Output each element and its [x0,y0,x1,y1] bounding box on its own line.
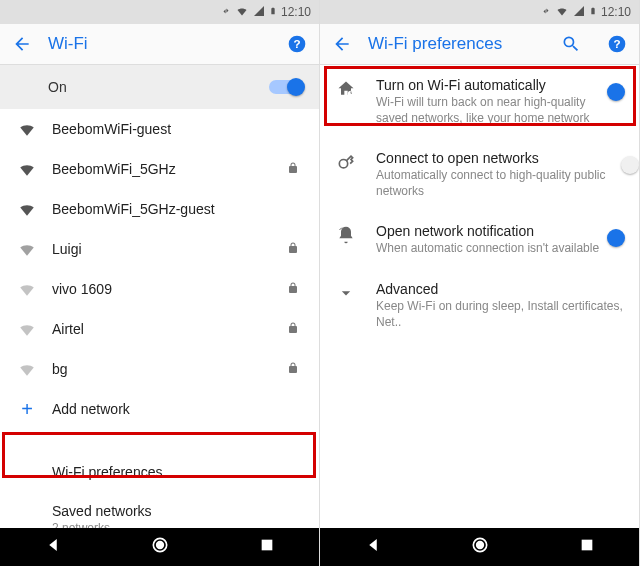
screen-wifi-preferences: 12:10 Wi-Fi preferences ? Turn on Wi-Fi … [320,0,640,566]
pref-sub: Wi-Fi will turn back on near high-qualit… [376,95,615,126]
wifi-icon [235,5,249,20]
pref-item[interactable]: Open network notificationWhen automatic … [320,211,639,269]
network-row[interactable]: BeebomWiFi_5GHz [0,149,319,189]
saved-networks-label: Saved networks [52,503,303,519]
network-row[interactable]: bg [0,349,319,389]
search-button[interactable] [561,34,581,54]
page-title: Wi-Fi preferences [368,34,545,54]
pref-icon [336,150,364,176]
network-name: BeebomWiFi_5GHz [52,161,287,177]
svg-point-10 [477,542,484,549]
network-name: vivo 1609 [52,281,287,297]
wifi-signal-icon [16,200,38,218]
app-bar: Wi-Fi preferences ? [320,24,639,64]
lock-icon [287,360,303,378]
nav-home-icon[interactable] [470,535,490,559]
bluetooth-icon [221,5,231,20]
pref-title: Turn on Wi-Fi automatically [376,77,615,93]
nav-recent-icon[interactable] [579,537,595,557]
svg-text:?: ? [293,37,300,50]
network-row[interactable]: vivo 1609 [0,269,319,309]
app-bar: Wi-Fi ? [0,24,319,64]
nav-home-icon[interactable] [150,535,170,559]
nav-back-icon[interactable] [364,536,382,558]
content-area: Turn on Wi-Fi automaticallyWi-Fi will tu… [320,65,639,528]
wifi-signal-icon [16,160,38,178]
saved-networks-row[interactable]: Saved networks 2 networks [0,495,319,528]
network-name: BeebomWiFi-guest [52,121,303,137]
pref-sub: When automatic connection isn't availabl… [376,241,615,257]
network-row[interactable]: BeebomWiFi_5GHz-guest [0,189,319,229]
pref-title: Open network notification [376,223,615,239]
wifi-preferences-row[interactable]: Wi-Fi preferences [0,449,319,495]
svg-rect-4 [261,540,272,551]
svg-point-3 [157,542,164,549]
wifi-master-switch[interactable] [269,80,303,94]
pref-sub: Automatically connect to high-quality pu… [376,168,615,199]
content-area: On BeebomWiFi-guestBeebomWiFi_5GHzBeebom… [0,65,319,528]
wifi-signal-icon [16,360,38,378]
wifi-signal-icon [16,280,38,298]
status-bar: 12:10 [320,0,639,24]
screen-wifi: 12:10 Wi-Fi ? On BeebomWiFi-guestBeebomW… [0,0,320,566]
network-name: Luigi [52,241,287,257]
nav-bar [0,528,319,566]
pref-sub: Keep Wi-Fi on during sleep, Install cert… [376,299,623,330]
pref-title: Connect to open networks [376,150,615,166]
network-row[interactable]: Luigi [0,229,319,269]
wifi-signal-icon [16,240,38,258]
battery-icon [589,5,597,20]
pref-icon [336,77,364,103]
svg-rect-11 [581,540,592,551]
nav-recent-icon[interactable] [259,537,275,557]
nav-bar [320,528,639,566]
clock: 12:10 [601,5,631,19]
plus-icon: + [16,398,38,421]
add-network-label: Add network [52,401,130,417]
battery-icon [269,5,277,20]
network-name: bg [52,361,287,377]
lock-icon [287,240,303,258]
pref-icon [336,281,364,307]
wifi-signal-icon [16,120,38,138]
back-button[interactable] [332,34,352,54]
wifi-master-toggle-row[interactable]: On [0,65,319,109]
help-button[interactable]: ? [607,34,627,54]
status-bar: 12:10 [0,0,319,24]
nav-back-icon[interactable] [44,536,62,558]
wifi-icon [555,5,569,20]
lock-icon [287,320,303,338]
pref-item[interactable]: AdvancedKeep Wi-Fi on during sleep, Inst… [320,269,639,342]
clock: 12:10 [281,5,311,19]
pref-item[interactable]: Connect to open networksAutomatically co… [320,138,639,211]
back-button[interactable] [12,34,32,54]
pref-title: Advanced [376,281,623,297]
help-button[interactable]: ? [287,34,307,54]
pref-icon [336,223,364,249]
svg-text:?: ? [613,37,620,50]
pref-item[interactable]: Turn on Wi-Fi automaticallyWi-Fi will tu… [320,65,639,138]
signal-icon [573,5,585,20]
add-network-row[interactable]: + Add network [0,389,319,429]
page-title: Wi-Fi [48,34,271,54]
network-name: Airtel [52,321,287,337]
network-row[interactable]: Airtel [0,309,319,349]
lock-icon [287,280,303,298]
bluetooth-icon [541,5,551,20]
network-row[interactable]: BeebomWiFi-guest [0,109,319,149]
lock-icon [287,160,303,178]
wifi-preferences-label: Wi-Fi preferences [52,464,162,480]
wifi-signal-icon [16,320,38,338]
saved-networks-sub: 2 networks [52,521,303,528]
network-name: BeebomWiFi_5GHz-guest [52,201,303,217]
signal-icon [253,5,265,20]
wifi-on-label: On [48,79,269,95]
